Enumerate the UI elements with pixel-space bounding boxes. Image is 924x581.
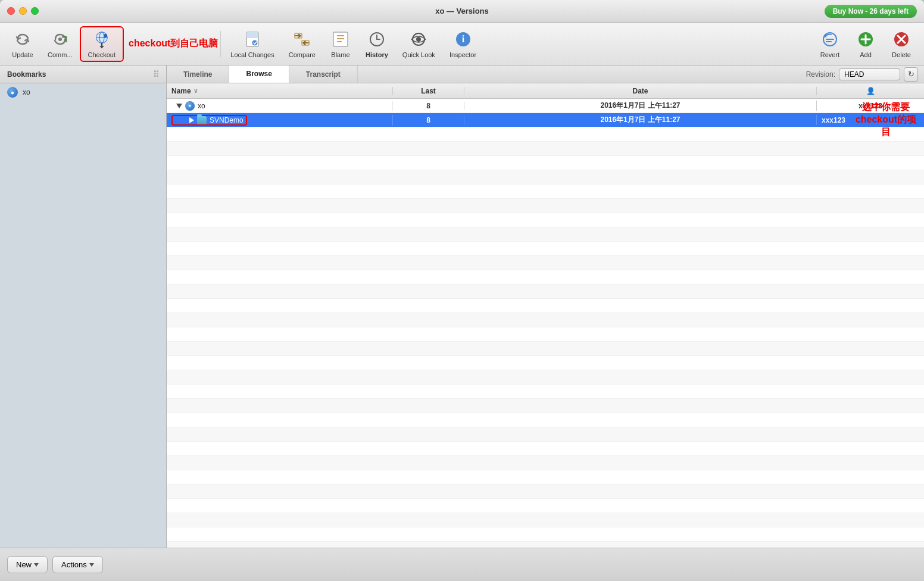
table-header: Name ∨ Last Date 👤: [167, 83, 924, 99]
maximize-button[interactable]: [31, 7, 39, 15]
compare-label: Compare: [289, 51, 316, 58]
sidebar: ● xo: [0, 83, 167, 548]
expand-arrow-svndemo[interactable]: [189, 117, 194, 123]
revert-label: Revert: [820, 51, 839, 58]
history-button[interactable]: History: [358, 27, 395, 61]
table-row-empty: [167, 270, 924, 285]
table-row-empty: [167, 356, 924, 370]
bookmarks-label: Bookmarks: [7, 70, 46, 79]
revision-label: Revision:: [806, 70, 835, 79]
svg-rect-7: [246, 32, 258, 38]
table-row-empty: [167, 256, 924, 270]
row-user-svndemo: xxx123 选中你需要checkout的项目: [817, 101, 924, 139]
table-row-empty: [167, 242, 924, 256]
svg-point-17: [416, 37, 421, 42]
tab-transcript[interactable]: Transcript: [289, 65, 358, 83]
title-bar: xo — Versions Buy Now - 26 days left: [0, 0, 924, 23]
table-row-empty: [167, 456, 924, 470]
actions-button[interactable]: Actions: [52, 556, 103, 573]
row-name-svndemo: SVNDemo: [167, 115, 393, 126]
blame-button[interactable]: Blame: [323, 27, 358, 61]
compare-icon: [292, 30, 311, 49]
delete-button[interactable]: Delete: [884, 27, 919, 61]
content-area: ● xo Name ∨ Last Date: [0, 83, 924, 548]
new-chevron-icon: [34, 563, 39, 567]
revert-button[interactable]: Revert: [812, 27, 848, 61]
window-title: xo — Versions: [435, 7, 489, 15]
row-last-svndemo: 8: [393, 116, 464, 124]
table-row-empty: [167, 285, 924, 299]
folder-icon-svndemo: [197, 116, 207, 124]
update-button[interactable]: Update: [5, 27, 40, 61]
blame-label: Blame: [331, 51, 349, 58]
table-row-empty: [167, 413, 924, 427]
table-row-empty: [167, 442, 924, 456]
tab-browse[interactable]: Browse: [229, 65, 289, 83]
svg-point-8: [252, 40, 258, 46]
drag-handle: ⠿: [153, 70, 159, 79]
table-row-empty: [167, 542, 924, 548]
tab-timeline[interactable]: Timeline: [167, 65, 229, 83]
tab-bar: Bookmarks ⠿ Timeline Browse Transcript R…: [0, 65, 924, 83]
col-header-name: Name ∨: [167, 87, 393, 95]
user-icon-header: 👤: [866, 87, 875, 95]
toolbar-separator-1: [220, 31, 221, 57]
svg-point-0: [58, 38, 62, 41]
row-globe-icon: ●: [185, 101, 195, 111]
close-button[interactable]: [7, 7, 15, 15]
table-row-empty: [167, 127, 924, 142]
bottom-bar: New Actions: [0, 548, 924, 581]
revision-area: Revision: HEAD BASE COMMITTED PREV ↻: [800, 65, 924, 83]
new-button[interactable]: New: [7, 556, 48, 573]
update-label: Update: [12, 51, 33, 58]
revert-icon: [820, 30, 839, 49]
actions-label: Actions: [61, 560, 87, 569]
sidebar-item-xo[interactable]: ● xo: [0, 83, 166, 101]
quick-look-icon: [409, 30, 428, 49]
refresh-button[interactable]: ↻: [904, 67, 918, 82]
col-header-last: Last: [393, 87, 464, 95]
table-row-empty: [167, 185, 924, 199]
expand-arrow-xo[interactable]: [176, 104, 182, 108]
sidebar-item-label-xo: xo: [23, 88, 30, 96]
table-row[interactable]: ● xo 8 2016年1月7日 上午11:27 xxx123: [167, 99, 924, 113]
col-header-date: Date: [464, 87, 817, 95]
table-row-empty: [167, 485, 924, 499]
table-row-empty: [167, 527, 924, 542]
traffic-lights: [7, 7, 39, 15]
globe-icon: ●: [7, 87, 18, 98]
commit-button[interactable]: Comm...: [40, 27, 80, 61]
table-row-empty: [167, 213, 924, 227]
quick-look-button[interactable]: Quick Look: [395, 27, 442, 61]
svg-point-5: [104, 34, 107, 38]
local-changes-button[interactable]: Local Changes: [223, 27, 281, 61]
inspector-label: Inspector: [449, 51, 476, 58]
update-icon: [13, 30, 32, 49]
minimize-button[interactable]: [19, 7, 27, 15]
buy-now-button[interactable]: Buy Now - 26 days left: [825, 5, 917, 18]
add-icon: [856, 30, 875, 49]
table-row-empty: [167, 227, 924, 242]
blame-icon: [331, 30, 350, 49]
tabs-container: Timeline Browse Transcript: [167, 65, 800, 83]
table-body: ● xo 8 2016年1月7日 上午11:27 xxx123: [167, 99, 924, 548]
compare-button[interactable]: Compare: [282, 27, 323, 61]
commit-icon: [51, 30, 70, 49]
table-row-empty: [167, 199, 924, 213]
inspector-button[interactable]: i Inspector: [442, 27, 483, 61]
table-row-empty: [167, 156, 924, 170]
table-row-empty: [167, 142, 924, 156]
local-changes-icon: [243, 30, 262, 49]
table-row-empty: [167, 470, 924, 485]
commit-label: Comm...: [48, 51, 73, 58]
table-row-empty: [167, 313, 924, 327]
add-button[interactable]: Add: [848, 27, 884, 61]
revision-select[interactable]: HEAD BASE COMMITTED PREV: [839, 68, 900, 80]
table-row[interactable]: SVNDemo 8 2016年1月7日 上午11:27 xxx123 选中你需要…: [167, 113, 924, 127]
checkout-annotation: checkout到自己电脑: [129, 38, 218, 50]
table-row-empty: [167, 342, 924, 356]
actions-chevron-icon: [89, 563, 94, 567]
delete-label: Delete: [892, 51, 911, 58]
history-icon: [367, 30, 386, 49]
checkout-button[interactable]: Checkout: [80, 26, 124, 62]
